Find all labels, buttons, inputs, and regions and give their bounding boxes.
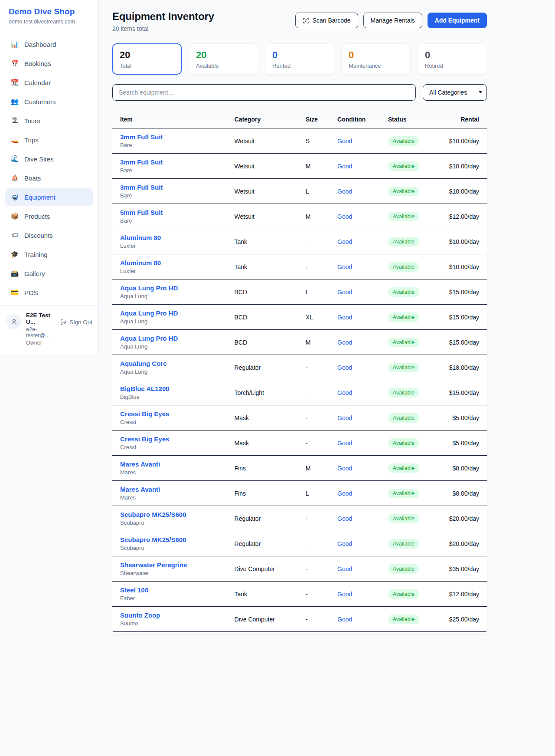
category-select[interactable]: All Categories [423,84,487,101]
add-equipment-button[interactable]: Add Equipment [428,13,487,28]
status-badge: Available [388,564,420,574]
item-link[interactable]: 3mm Full Suit [120,133,219,141]
status-badge: Available [388,363,420,372]
status-badge: Available [388,262,420,272]
item-condition[interactable]: Good [337,389,352,396]
sidebar-item-label: Discounts [24,232,53,239]
stat-value: 0 [425,49,480,61]
sidebar-item-training[interactable]: 🎓 Training [5,246,93,263]
item-rental: $10.00/day [434,179,487,204]
user-section: E2E Test U... e2e-tester@... Owner Sign … [0,306,98,353]
table-row: Aluminum 80 Luxfer Tank - Good Available… [112,229,487,254]
item-link[interactable]: Aqua Lung Pro HD [120,335,219,342]
sign-out-button[interactable]: Sign Out [60,319,92,325]
table-row: Cressi Big Eyes Cressi Mask - Good Avail… [112,405,487,431]
item-condition[interactable]: Good [337,138,352,145]
item-condition[interactable]: Good [337,188,352,195]
sidebar-item-bookings[interactable]: 📅 Bookings [5,55,93,72]
item-condition[interactable]: Good [337,364,352,371]
sidebar-item-customers[interactable]: 👥 Customers [5,93,93,110]
stat-card-retired[interactable]: 0 Retired [418,43,487,75]
item-condition[interactable]: Good [337,616,352,623]
item-link[interactable]: Scubapro MK25/S600 [120,536,219,543]
item-link[interactable]: Mares Avanti [120,460,219,468]
stat-card-available[interactable]: 20 Available [189,43,258,75]
item-category: BCD [235,314,248,321]
item-condition[interactable]: Good [337,238,352,245]
sidebar-item-pos[interactable]: 💳 POS [5,284,93,301]
item-condition[interactable]: Good [337,565,352,572]
sidebar-item-calendar[interactable]: 📆 Calendar [5,74,93,91]
item-link[interactable]: Aqua Lung Pro HD [120,284,219,292]
sidebar-item-gallery[interactable]: 📸 Gallery [5,265,93,282]
item-condition[interactable]: Good [337,515,352,522]
item-condition[interactable]: Good [337,213,352,220]
column-header-category: Category [227,110,298,128]
item-link[interactable]: Cressi Big Eyes [120,435,219,443]
item-condition[interactable]: Good [337,490,352,497]
item-brand: Luxfer [120,268,219,274]
item-condition[interactable]: Good [337,540,352,547]
manage-rentals-button[interactable]: Manage Rentals [363,13,422,28]
search-input[interactable] [112,84,416,101]
table-row: Mares Avanti Mares Fins L Good Available… [112,481,487,506]
item-category: Wetsuit [235,213,255,220]
sidebar-item-dive-sites[interactable]: 🌊 Dive Sites [5,150,93,168]
item-size: - [306,263,308,270]
filters-bar: All Categories [112,84,487,101]
sidebar-item-dashboard[interactable]: 📊 Dashboard [5,36,93,53]
item-link[interactable]: BigBlue AL1200 [120,385,219,392]
item-link[interactable]: Aqua Lung Pro HD [120,309,219,317]
status-badge: Available [388,589,420,599]
item-condition[interactable]: Good [337,314,352,321]
page-title: Equipment Inventory [112,10,214,23]
sidebar-item-label: POS [24,289,38,296]
item-link[interactable]: 3mm Full Suit [120,158,219,166]
sidebar-item-label: Bookings [24,60,51,67]
item-condition[interactable]: Good [337,440,352,447]
item-link[interactable]: Steel 100 [120,586,219,594]
item-condition[interactable]: Good [337,591,352,598]
item-condition[interactable]: Good [337,163,352,170]
item-link[interactable]: Mares Avanti [120,486,219,493]
calendar-icon: 📆 [10,79,19,86]
scan-barcode-button[interactable]: Scan Barcode [295,13,358,28]
sidebar-item-tours[interactable]: 🏝 Tours [5,112,93,129]
item-condition[interactable]: Good [337,289,352,296]
item-size: - [306,414,308,421]
item-rental: $25.00/day [434,607,487,632]
column-header-rental: Rental [434,110,487,128]
item-brand: Faber [120,595,219,602]
item-brand: Suunto [120,620,219,627]
item-link[interactable]: Suunto Zoop [120,611,219,619]
user-role: Owner [26,340,56,346]
item-link[interactable]: Shearwater Peregrine [120,561,219,569]
sidebar-item-products[interactable]: 📦 Products [5,207,93,225]
stat-card-maintenance[interactable]: 0 Maintenance [341,43,411,75]
item-category: BCD [235,289,248,296]
item-link[interactable]: Aluminum 80 [120,234,219,241]
sidebar-item-equipment[interactable]: 🤿 Equipment [5,188,93,206]
page-header: Equipment Inventory 20 items total Scan … [112,10,487,32]
item-link[interactable]: Cressi Big Eyes [120,410,219,417]
sidebar-item-trips[interactable]: 🚤 Trips [5,131,93,148]
sidebar-item-boats[interactable]: ⛵ Boats [5,169,93,187]
item-condition[interactable]: Good [337,465,352,472]
item-condition[interactable]: Good [337,339,352,346]
customers-icon: 👥 [10,99,19,105]
item-condition[interactable]: Good [337,414,352,421]
column-header-status: Status [380,110,434,128]
item-link[interactable]: Aluminum 80 [120,259,219,266]
item-link[interactable]: Aqualung Core [120,360,219,367]
stat-card-total[interactable]: 20 Total [112,43,182,75]
person-icon [10,318,18,325]
table-row: Aluminum 80 Luxfer Tank - Good Available… [112,254,487,279]
item-brand: Aqua Lung [120,343,219,350]
item-rental: $8.00/day [434,456,487,481]
item-link[interactable]: 3mm Full Suit [120,184,219,191]
item-condition[interactable]: Good [337,263,352,270]
item-link[interactable]: Scubapro MK25/S600 [120,511,219,518]
sidebar-item-discounts[interactable]: 🏷 Discounts [5,227,93,244]
stat-card-rented[interactable]: 0 Rented [265,43,334,75]
item-link[interactable]: 5mm Full Suit [120,209,219,216]
